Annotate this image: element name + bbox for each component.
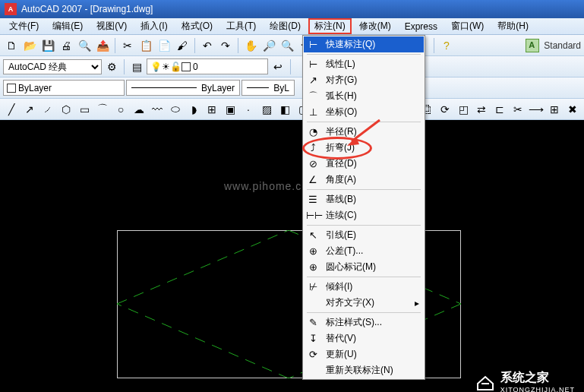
wm-url: XITONGZHIJIA.NET [500,386,575,392]
line-icon[interactable]: ╱ [3,101,20,118]
menu-file[interactable]: 文件(F) [3,18,45,34]
menu-dimstyle[interactable]: ✎标注样式(S)... [304,315,424,330]
publish-icon[interactable]: 📤 [94,37,111,54]
undo-icon[interactable]: ↶ [199,37,216,54]
layer-name: 0 [193,62,198,72]
dimstyle-icon: ✎ [306,317,320,328]
quickdim-icon: ⊢ [306,39,320,50]
rectangle-icon[interactable]: ▭ [76,101,93,118]
menu-dimension[interactable]: 标注(N) [308,18,352,34]
leader-icon: ↖ [306,229,320,241]
linetype-select[interactable]: ByLayer [126,80,240,96]
gradient-icon[interactable]: ◧ [276,101,293,118]
menu-arc[interactable]: ⌒弧长(H) [304,88,424,104]
xline-icon[interactable]: ↗ [21,101,38,118]
separator [307,54,421,55]
watermark-brand: 系统之家 XITONGZHIJIA.NET [475,370,575,392]
menu-insert[interactable]: 插入(I) [134,18,173,34]
layer-select[interactable]: 💡 ☀ 🔓 0 [147,58,268,74]
trim-icon[interactable]: ✂ [510,101,526,118]
menu-angular[interactable]: ∠角度(A) [304,172,424,188]
preview-icon[interactable]: 🔍 [76,37,93,54]
annotation-arrow [346,119,384,151]
pan-icon[interactable]: ✋ [242,37,259,54]
menu-window[interactable]: 窗口(W) [445,18,490,34]
color-select[interactable]: ByLayer [3,80,125,96]
menu-tools[interactable]: 工具(T) [220,18,262,34]
separator [124,59,125,74]
menu-baseline[interactable]: ☰基线(B) [304,191,424,207]
open-icon[interactable]: 📂 [21,37,38,54]
menu-oblique[interactable]: ⊬倾斜(I) [304,279,424,295]
zoom-rt-icon[interactable]: 🔎 [260,37,277,54]
polygon-icon[interactable]: ⬡ [58,101,74,118]
menu-draw[interactable]: 绘图(D) [264,18,307,34]
menu-update[interactable]: ⟳更新(U) [304,346,424,362]
menu-reassoc[interactable]: 重新关联标注(N) [304,362,424,378]
circle-icon[interactable]: ○ [112,101,129,118]
drawing-canvas[interactable]: www.pihome.com 系统之家 XITONGZHIJIA.NET [0,120,584,392]
array-icon[interactable]: ⊞ [546,101,563,118]
insert-icon[interactable]: ⊞ [204,101,220,118]
linear-icon: ⊢ [306,58,320,70]
menu-tolerance[interactable]: ⊕公差(T)... [304,243,424,259]
layer-manager-icon[interactable]: ▤ [128,58,145,75]
ellipsearc-icon[interactable]: ◗ [185,101,202,118]
sun-icon: ☀ [162,62,170,72]
workspace-select[interactable]: AutoCAD 经典 [3,59,102,74]
mirror-icon[interactable]: ⇄ [473,101,490,118]
standard-style-label: Standard [544,40,581,51]
menu-center[interactable]: ⊕圆心标记(M) [304,259,424,275]
workspace-gear-icon[interactable]: ⚙ [103,58,120,75]
menu-quick-dim[interactable]: ⊢快速标注(Q) [304,36,424,52]
arc-icon[interactable]: ⌒ [94,101,111,118]
redo-icon[interactable]: ↷ [217,37,234,54]
override-icon: ↧ [306,333,320,344]
menu-modify[interactable]: 修改(M) [353,18,397,34]
copy-icon[interactable]: 📋 [137,37,154,54]
textstyle-icon[interactable] [526,39,539,52]
menu-override[interactable]: ↧替代(V) [304,330,424,346]
lock-icon: 🔓 [170,62,182,72]
help-icon[interactable]: ? [438,37,455,54]
menu-aligntext[interactable]: 对齐文字(X)▸ [304,295,424,311]
lineweight-select[interactable]: ByL [241,80,295,96]
menu-edit[interactable]: 编辑(E) [46,18,89,34]
menu-format[interactable]: 格式(O) [175,18,219,34]
pline-icon[interactable]: ⟋ [39,101,56,118]
separator [307,312,421,313]
menu-continue[interactable]: ⊢⊢连续(C) [304,207,424,223]
revcloud-icon[interactable]: ☁ [131,101,147,118]
paste-icon[interactable]: 📄 [156,37,172,54]
erase-icon[interactable]: ✖ [564,101,581,118]
extend-icon[interactable]: ⟶ [528,101,545,118]
ellipse-icon[interactable]: ⬭ [167,101,184,118]
menu-bar: 文件(F) 编辑(E) 视图(V) 插入(I) 格式(O) 工具(T) 绘图(D… [0,18,584,35]
new-icon[interactable]: 🗋 [3,37,20,54]
match-icon[interactable]: 🖌 [174,37,191,54]
print-icon[interactable]: 🖨 [58,37,74,54]
zoom-win-icon[interactable]: 🔍 [279,37,295,54]
aligned-icon: ↗ [306,74,320,86]
svg-line-3 [117,304,289,378]
scale-icon[interactable]: ◰ [455,101,472,118]
menu-ordinate[interactable]: ⊥坐标(O) [304,104,424,120]
menu-leader[interactable]: ↖引线(E) [304,227,424,243]
rotate-icon[interactable]: ⟳ [437,101,453,118]
spline-icon[interactable]: 〰 [149,101,166,118]
menu-linear[interactable]: ⊢线性(L) [304,56,424,72]
layer-prev-icon[interactable]: ↩ [270,58,286,75]
cut-icon[interactable]: ✂ [119,37,136,54]
save-icon[interactable]: 💾 [39,37,56,54]
offset-icon[interactable]: ⊏ [491,101,508,118]
hatch-icon[interactable]: ▨ [258,101,275,118]
point-icon[interactable]: · [240,101,257,118]
workspace-toolbar: AutoCAD 经典 ⚙ ▤ 💡 ☀ 🔓 0 ↩ [0,56,584,77]
menu-view[interactable]: 视图(V) [90,18,133,34]
separator [434,38,434,53]
menu-help[interactable]: 帮助(H) [491,18,535,34]
menu-express[interactable]: Express [399,20,444,33]
menu-aligned[interactable]: ↗对齐(G) [304,72,424,88]
block-icon[interactable]: ▣ [222,101,238,118]
menu-diameter[interactable]: ⊘直径(D) [304,156,424,172]
